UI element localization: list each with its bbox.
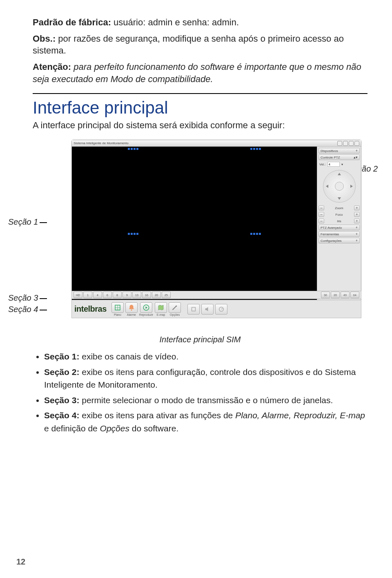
vel-label: Vel.: <box>319 163 326 166</box>
callouts-left: Seção 1 Seção 3 Seção 4 <box>8 140 69 332</box>
focus-out-button[interactable]: – <box>318 212 324 217</box>
close-icon[interactable] <box>354 141 359 146</box>
plan-icon <box>114 304 121 311</box>
bullet-list: Seção 1: exibe os canais de vídeo. Seção… <box>33 350 368 435</box>
ptz-center-icon[interactable] <box>335 182 344 191</box>
layout-button-8[interactable]: 8 <box>113 292 122 298</box>
tool-plano[interactable]: Plano <box>111 302 124 316</box>
layout-selector-bar: HD146891316202536204964 <box>71 291 361 299</box>
figure-caption: Interface principal SIM <box>33 335 368 344</box>
svg-rect-4 <box>192 307 196 311</box>
section-divider <box>33 93 368 94</box>
zoom-row: – Zoom + <box>318 205 360 211</box>
extra-tool-a[interactable] <box>187 304 200 315</box>
tool-reproduzir[interactable]: Reproduzir <box>139 302 153 316</box>
layout-button-16[interactable]: 16 <box>142 292 151 298</box>
options-icon <box>171 304 178 311</box>
tool-alarme[interactable]: Alarme <box>125 302 138 316</box>
minimize-icon[interactable] <box>337 141 342 146</box>
layout-button-1[interactable]: 1 <box>83 292 92 298</box>
heading-interface-principal: Interface principal <box>33 98 368 118</box>
callout-secao-1: Seção 1 <box>8 217 49 227</box>
obs-line: Obs.: por razões de segurança, modifique… <box>33 33 368 57</box>
layout-button-20[interactable]: 20 <box>152 292 161 298</box>
layout-button-36[interactable]: 36 <box>321 292 330 298</box>
layout-button-4[interactable]: 4 <box>93 292 102 298</box>
layout-button-20[interactable]: 20 <box>331 292 340 298</box>
arrow-left-icon[interactable] <box>326 185 328 188</box>
panel-configuracoes[interactable]: Configurações+ <box>318 238 360 243</box>
app-titlebar: Sistema Inteligente de Monitoramento <box>72 140 361 147</box>
plus-icon: + <box>356 149 358 153</box>
extra-tool-c[interactable] <box>215 304 227 315</box>
extra-tool-b[interactable] <box>201 304 214 315</box>
layout-button-25[interactable]: 25 <box>162 292 171 298</box>
zoom-label: Zoom <box>326 206 352 210</box>
attention-line: Atenção: para perfeito funcionamento do … <box>33 61 368 85</box>
dial-icon <box>218 306 225 313</box>
zoom-out-button[interactable]: – <box>318 205 324 210</box>
arrow-right-icon[interactable] <box>350 185 353 188</box>
svg-point-3 <box>176 305 177 306</box>
intro-text: A interface principal do sistema será ex… <box>33 119 368 132</box>
iris-label: Iris <box>326 219 352 223</box>
layout-button-6[interactable]: 6 <box>103 292 112 298</box>
ptz-direction-pad[interactable] <box>323 170 356 203</box>
toolbar-bar: intelbras Plano Alarme Reproduzir <box>71 300 361 318</box>
focus-in-button[interactable]: + <box>354 212 360 217</box>
tool-label: E-map <box>157 313 165 316</box>
arrow-up-icon[interactable] <box>338 173 341 175</box>
list-item: Seção 1: exibe os canais de vídeo. <box>44 350 368 363</box>
maximize-icon[interactable] <box>343 141 348 146</box>
panel-ferramentas[interactable]: Ferramentas+ <box>318 231 360 237</box>
volume-icon <box>204 306 211 313</box>
tool-label: Plano <box>114 313 121 316</box>
attention-label: Atenção: <box>33 62 71 72</box>
list-item: Seção 2: exibe os itens para configuraçã… <box>44 366 368 391</box>
layout-button-HD[interactable]: HD <box>74 292 82 298</box>
plus-icon: + <box>356 232 358 236</box>
callout-secao-3: Seção 3 <box>8 293 49 303</box>
square-icon <box>190 306 197 313</box>
page-number: 12 <box>16 557 25 567</box>
focus-label: Foco <box>326 213 352 216</box>
panel-controle-ptz[interactable]: Controle PTZ▴▾ <box>318 154 360 160</box>
figure-wrapper: Seção 1 Seção 3 Seção 4 Seção 2 Sistema … <box>33 140 368 332</box>
iris-out-button[interactable]: – <box>318 219 324 223</box>
play-icon <box>143 304 150 311</box>
alarm-icon <box>128 304 135 311</box>
tool-opcoes[interactable]: Opções <box>169 302 181 316</box>
tool-label: Reproduzir <box>139 313 153 316</box>
brand-logo: intelbras <box>74 304 107 314</box>
focus-row: – Foco + <box>318 212 360 217</box>
panel-dispositivos[interactable]: Dispositivos+ <box>318 148 360 154</box>
obs-label: Obs.: <box>33 33 56 44</box>
layout-button-64[interactable]: 64 <box>350 292 359 298</box>
svg-point-1 <box>131 309 132 310</box>
layout-button-9[interactable]: 9 <box>122 292 131 298</box>
window-controls <box>337 141 359 146</box>
arrow-down-icon[interactable] <box>338 197 341 200</box>
tool-label: Opções <box>170 313 180 316</box>
list-item: Seção 3: permite selecionar o modo de tr… <box>44 394 368 407</box>
stepper-icon[interactable]: ▾ <box>341 163 343 166</box>
panel-ptz-avancado[interactable]: PTZ Avançado+ <box>318 225 360 230</box>
video-cell[interactable] <box>72 147 194 232</box>
factory-default-line: Padrão de fábrica: usuário: admin e senh… <box>33 16 368 29</box>
iris-in-button[interactable]: + <box>354 219 360 223</box>
layout-button-13[interactable]: 13 <box>132 292 141 298</box>
tool-emap[interactable]: E-map <box>155 302 167 316</box>
iris-row: – Iris + <box>318 218 360 224</box>
zoom-in-button[interactable]: + <box>354 205 360 210</box>
obs-text: por razões de segurança, modifique a sen… <box>33 33 344 56</box>
attention-text: para perfeito funcionamento do software … <box>33 62 361 84</box>
map-icon <box>157 304 165 311</box>
list-item: Seção 4: exibe os itens para ativar as f… <box>44 409 368 435</box>
vel-input[interactable] <box>327 162 340 167</box>
plus-icon: + <box>356 239 358 243</box>
callout-secao-4: Seção 4 <box>8 305 49 314</box>
layout-button-49[interactable]: 49 <box>341 292 350 298</box>
video-cell[interactable] <box>195 147 317 232</box>
factory-label: Padrão de fábrica: <box>33 17 111 27</box>
restore-icon[interactable] <box>349 141 354 146</box>
